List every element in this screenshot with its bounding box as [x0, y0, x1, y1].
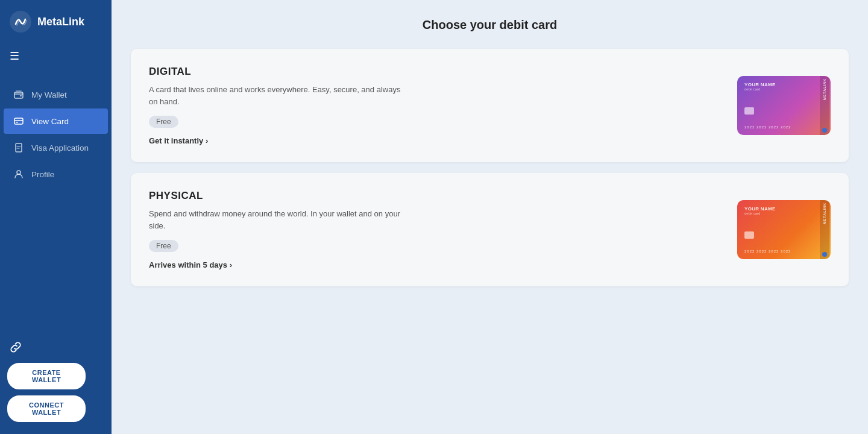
physical-card-dot — [822, 252, 827, 257]
physical-card-sub: debit card — [744, 212, 823, 215]
svg-point-6 — [17, 171, 20, 174]
digital-card-chip — [744, 107, 754, 115]
app-name: MetaLink — [37, 16, 84, 28]
create-wallet-button[interactable]: CREATE WALLET — [7, 363, 86, 389]
document-icon — [13, 142, 24, 153]
digital-card-side-panel: METALINK — [820, 76, 829, 135]
digital-card-number: 2022 2022 2022 2022 — [744, 125, 823, 129]
wallet-icon — [13, 89, 24, 100]
svg-rect-1 — [14, 92, 23, 98]
digital-card-visual: YOUR NAME debit card 2022 2022 2022 2022… — [737, 76, 831, 135]
sidebar-item-visa-application[interactable]: Visa Application — [4, 135, 108, 160]
sidebar: MetaLink ☰ My Wallet — [0, 0, 112, 434]
svg-rect-5 — [16, 143, 22, 152]
sidebar-item-my-wallet[interactable]: My Wallet — [4, 82, 108, 107]
digital-card-panel: DIGITAL A card that lives online and wor… — [131, 49, 849, 162]
physical-card-side-panel: METALINK — [820, 200, 829, 259]
digital-card-description: A card that lives online and works every… — [149, 84, 402, 107]
sidebar-item-label: View Card — [31, 117, 69, 126]
physical-card-description: Spend and withdraw money around the worl… — [149, 208, 402, 231]
physical-card-number: 2022 2022 2022 2022 — [744, 250, 823, 253]
physical-price-badge: Free — [149, 240, 178, 252]
svg-rect-2 — [20, 95, 22, 96]
sidebar-bottom: CREATE WALLET CONNECT WALLET — [0, 332, 112, 434]
svg-rect-4 — [16, 122, 18, 123]
digital-price-badge: Free — [149, 116, 178, 128]
physical-card-action[interactable]: Arrives within 5 days › — [149, 260, 725, 269]
digital-card-name: YOUR NAME — [744, 82, 823, 87]
link-icon — [10, 341, 22, 353]
physical-card-info: PHYSICAL Spend and withdraw money around… — [149, 190, 725, 269]
digital-card-title: DIGITAL — [149, 66, 725, 78]
card-icon — [13, 116, 24, 127]
logo-icon — [10, 11, 31, 33]
sidebar-item-label: Visa Application — [31, 143, 89, 153]
sidebar-item-label: Profile — [31, 170, 54, 179]
sidebar-item-label: My Wallet — [31, 90, 67, 99]
physical-metalink-text: METALINK — [823, 203, 826, 224]
main-content: Choose your debit card DIGITAL A card th… — [112, 0, 868, 434]
sidebar-logo: MetaLink — [0, 0, 112, 43]
menu-icon[interactable]: ☰ — [0, 43, 112, 69]
physical-card-chip — [744, 231, 754, 239]
svg-rect-3 — [14, 118, 23, 124]
connect-wallet-button[interactable]: CONNECT WALLET — [7, 395, 86, 422]
physical-card-panel: PHYSICAL Spend and withdraw money around… — [131, 173, 849, 286]
digital-metalink-text: METALINK — [823, 78, 826, 100]
physical-card-name: YOUR NAME — [744, 206, 823, 212]
sidebar-item-profile[interactable]: Profile — [4, 162, 108, 187]
digital-card-action[interactable]: Get it instantly › — [149, 136, 725, 145]
person-icon — [13, 169, 24, 180]
digital-card-info: DIGITAL A card that lives online and wor… — [149, 66, 725, 145]
page-title: Choose your debit card — [131, 18, 849, 32]
physical-card-title: PHYSICAL — [149, 190, 725, 202]
digital-card-sub: debit card — [744, 87, 823, 91]
sidebar-nav: My Wallet View Card Visa Application — [0, 81, 112, 332]
digital-card-dot — [822, 128, 827, 133]
sidebar-item-view-card[interactable]: View Card — [4, 108, 108, 134]
physical-card-visual: YOUR NAME debit card 2022 2022 2022 2022… — [737, 200, 831, 259]
